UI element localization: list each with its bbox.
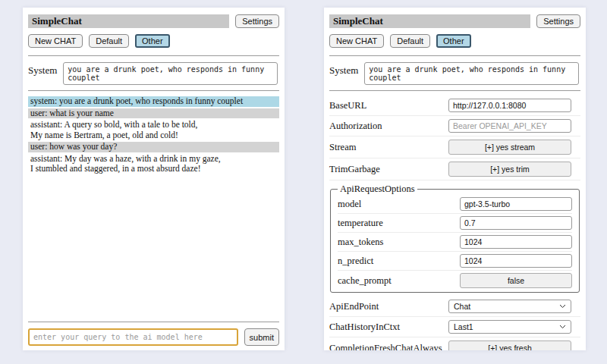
divider [28,55,279,56]
spacer [28,176,279,318]
n-predict-label: n_predict [338,256,373,267]
chevron-down-icon [559,304,566,309]
session-tabs: New CHATDefaultOther [28,34,279,48]
app-title: SimpleChat [329,14,530,28]
divider [329,90,580,91]
setting-row-n-predict: n_predict [338,252,572,271]
setting-row-cache-prompt: cache_promptfalse [338,271,572,290]
system-prompt-input[interactable]: you are a drunk poet, who responds in fu… [63,62,278,85]
max-tokens-label: max_tokens [338,237,383,248]
title-row: SimpleChat Settings [28,14,279,28]
apirequestoptions-fieldset: ApiRequestOptionsmodeltemperaturemax_tok… [330,184,580,293]
apiendpoint-selected-value: Chat [454,302,470,311]
chat-message-user: user: what is your name [28,108,279,119]
baseurl-input[interactable] [448,99,571,112]
apiendpoint-select[interactable]: Chat [448,300,571,313]
divider [28,90,279,91]
session-tabs: New CHATDefaultOther [329,34,580,48]
setting-row-authorization: Authorization [329,116,580,136]
divider [28,322,279,322]
setting-row-baseurl: BaseURL [329,96,580,116]
cache-prompt-label: cache_prompt [338,275,392,287]
chat-message-user: user: how was your day? [28,142,279,152]
setting-row-completionfreshchatalways: CompletionFreshChatAlways[+] yes fresh [329,337,580,350]
apiendpoint-label: ApiEndPoint [329,301,379,312]
settings-panel: SimpleChat Settings New CHATDefaultOther… [324,8,586,350]
chat-message-system: system: you are a drunk poet, who respon… [28,96,279,107]
settings-list: BaseURLAuthorizationStream[+] yes stream… [329,96,580,350]
query-row: submit [28,328,279,346]
session-tab-default[interactable]: Default [89,34,129,48]
session-tab-other[interactable]: Other [436,34,471,48]
chathistoryinctxt-select[interactable]: Last1 [448,320,571,334]
n-predict-input[interactable] [460,254,572,268]
chat-panel: SimpleChat Settings New CHATDefaultOther… [23,8,285,350]
model-label: model [338,199,361,210]
cache-prompt-toggle-button[interactable]: false [460,273,572,288]
completionfreshchatalways-toggle-button[interactable]: [+] yes fresh [448,340,571,350]
setting-row-max-tokens: max_tokens [338,233,572,252]
temperature-label: temperature [338,218,383,229]
session-tab-default[interactable]: Default [390,34,430,48]
settings-button[interactable]: Settings [536,14,580,28]
temperature-input[interactable] [460,216,572,230]
session-tab-new-chat[interactable]: New CHAT [28,34,83,48]
system-label: System [329,62,358,85]
trimgarbage-toggle-button[interactable]: [+] yes trim [448,162,571,177]
stream-toggle-button[interactable]: [+] yes stream [448,140,571,155]
session-tab-new-chat[interactable]: New CHAT [329,34,384,48]
chathistoryinctxt-label: ChatHistoryInCtxt [329,322,400,333]
chevron-down-icon [559,325,566,329]
authorization-label: Authorization [329,121,382,132]
divider [329,55,580,56]
trimgarbage-label: TrimGarbage [329,164,380,175]
system-row: System you are a drunk poet, who respond… [329,62,580,85]
setting-row-model: model [338,195,572,214]
title-row: SimpleChat Settings [329,14,580,28]
setting-row-temperature: temperature [338,214,572,233]
completionfreshchatalways-label: CompletionFreshChatAlways [329,343,442,351]
apirequestoptions-legend: ApiRequestOptions [338,184,417,195]
app-title: SimpleChat [28,14,229,28]
session-tab-other[interactable]: Other [135,34,170,48]
submit-button[interactable]: submit [244,328,279,346]
setting-row-apiendpoint: ApiEndPointChat [329,297,580,317]
max-tokens-input[interactable] [460,235,572,249]
model-input[interactable] [460,197,572,211]
chat-message-assistant: assistant: A query so bold, with a tale … [28,120,279,140]
stream-label: Stream [329,142,356,153]
setting-row-stream: Stream[+] yes stream [329,136,580,158]
chat-messages: system: you are a drunk poet, who respon… [28,96,279,176]
system-prompt-input[interactable]: you are a drunk poet, who responds in fu… [364,62,579,85]
system-row: System you are a drunk poet, who respond… [28,62,279,85]
system-label: System [28,62,57,85]
setting-row-trimgarbage: TrimGarbage[+] yes trim [329,158,580,180]
query-input[interactable] [28,328,238,346]
chathistoryinctxt-selected-value: Last1 [454,322,473,331]
settings-button[interactable]: Settings [235,14,279,28]
setting-row-chathistoryinctxt: ChatHistoryInCtxtLast1 [329,317,580,337]
baseurl-label: BaseURL [329,100,366,111]
authorization-input[interactable] [448,119,571,133]
chat-message-assistant: assistant: My day was a haze, with a dri… [28,154,279,174]
